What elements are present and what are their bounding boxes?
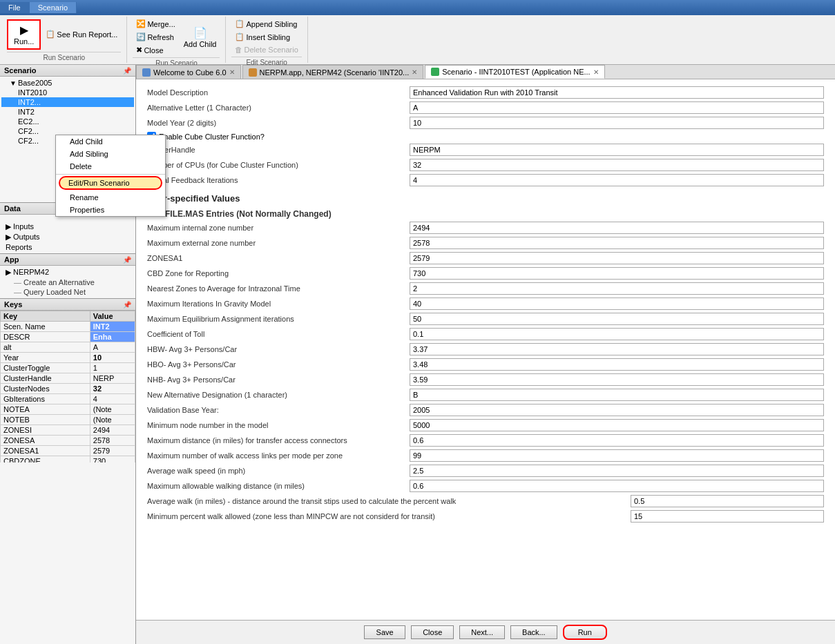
max-external-input[interactable] <box>410 237 824 249</box>
save-button[interactable]: Save <box>364 625 405 639</box>
tree-item-ec2[interactable]: EC2... <box>1 117 134 126</box>
tab-nerpm[interactable]: NERPM.app, NERPM42 (Scenario 'IINT20... … <box>242 65 424 79</box>
max-walk-links-label: Maximum number of walk access links per … <box>147 451 410 460</box>
model-year-input[interactable] <box>410 117 824 129</box>
coeff-toll-label: Coefficient of Toll <box>147 330 410 338</box>
app-query-net[interactable]: Query Loaded Net <box>3 287 133 297</box>
keys-pin-icon[interactable]: 📌 <box>123 301 131 309</box>
scenario-tab[interactable]: Scenario <box>30 2 77 13</box>
scenario-tab-close[interactable]: ✕ <box>593 68 599 76</box>
value-cell: 2579 <box>90 446 135 456</box>
alt-letter-label: Alternative Letter (1 Character) <box>147 104 410 112</box>
avg-walk-pct-input[interactable] <box>631 495 824 507</box>
add-child-icon: 📄 <box>193 26 207 39</box>
coeff-toll-input[interactable] <box>410 328 824 340</box>
nearest-zones-input[interactable] <box>410 282 824 295</box>
data-inputs[interactable]: ▶ Inputs <box>3 222 133 232</box>
tree-item-int2b[interactable]: INT2 <box>1 107 134 117</box>
run-form-button[interactable]: Run <box>563 625 607 640</box>
delete-scenario-button[interactable]: 🗑 Delete Scenario <box>231 44 301 55</box>
feedback-input[interactable] <box>410 174 824 186</box>
welcome-tab-icon <box>142 68 151 77</box>
footer-bar: Save Close Next... Back... Run <box>136 620 835 644</box>
add-child-button[interactable]: 📄 Add Child <box>180 24 220 50</box>
welcome-tab-close[interactable]: ✕ <box>229 68 235 76</box>
close-icon: ✖ <box>136 46 142 55</box>
value-cell: (Note <box>90 404 135 415</box>
min-node-label: Minimum node number in the model <box>147 421 410 429</box>
value-cell: 4 <box>90 394 135 404</box>
app-pin-icon[interactable]: 📌 <box>123 256 131 264</box>
next-button[interactable]: Next... <box>459 625 505 639</box>
key-cell: GbIterations <box>1 394 90 404</box>
hbo-input[interactable] <box>410 358 824 371</box>
value-cell: 730 <box>90 456 135 463</box>
context-rename[interactable]: Rename <box>56 191 165 204</box>
new-alt-input[interactable] <box>410 389 824 401</box>
context-delete[interactable]: Delete <box>56 160 165 173</box>
min-pct-walk-input[interactable] <box>631 510 824 523</box>
max-iter-gravity-input[interactable] <box>410 297 824 310</box>
close-form-button[interactable]: Close <box>411 625 454 639</box>
tab-welcome[interactable]: Welcome to Cube 6.0 ✕ <box>136 65 241 79</box>
tree-item-base2005[interactable]: ▼ Base2005 <box>1 78 134 88</box>
key-cell: ZONESI <box>1 425 90 436</box>
max-dist-input[interactable] <box>410 434 824 447</box>
app-panel-title: App <box>4 255 19 264</box>
keys-table-scroll[interactable]: Key Value Scen. NameINT2DESCREnhaaltAYea… <box>0 311 135 462</box>
model-description-label: Model Description <box>147 88 410 97</box>
max-internal-input[interactable] <box>410 222 824 234</box>
cluster-handle-row: ClusterHandle <box>147 144 824 156</box>
value-cell: NERP <box>90 373 135 384</box>
tab-scenario[interactable]: Scenario - IINT2010TEST (Application NE.… <box>425 65 604 79</box>
table-row: ZONESA12579 <box>1 446 135 456</box>
table-row: Scen. NameINT2 <box>1 322 135 332</box>
data-reports[interactable]: Reports <box>3 242 133 252</box>
title-bar: File Scenario <box>0 0 835 15</box>
max-equil-input[interactable] <box>410 313 824 325</box>
app-create-alt[interactable]: Create an Alternative <box>3 277 133 287</box>
merge-icon: 🔀 <box>136 19 146 28</box>
refresh-button[interactable]: 🔄 Refresh <box>133 31 178 43</box>
new-alt-label: New Alternative Designation (1 character… <box>147 391 410 399</box>
insert-sibling-button[interactable]: 📋 Insert Sibling <box>231 31 301 43</box>
nerpm-tab-label: NERPM.app, NERPM42 (Scenario 'IINT20... <box>260 68 410 77</box>
cluster-handle-input[interactable] <box>410 144 824 156</box>
max-walk-links-input[interactable] <box>410 449 824 462</box>
value-cell: 2494 <box>90 425 135 436</box>
context-edit-run[interactable]: Edit/Run Scenario <box>59 176 162 190</box>
max-walk-dist-input[interactable] <box>410 480 824 492</box>
model-description-input[interactable] <box>410 86 824 99</box>
main-layout: Scenario 📌 ▼ Base2005 INT2010 INT2... <box>0 65 835 644</box>
close-button[interactable]: ✖ Close <box>133 44 178 56</box>
data-outputs[interactable]: ▶ Outputs <box>3 232 133 242</box>
value-cell: 32 <box>90 384 135 394</box>
back-button[interactable]: Back... <box>510 625 557 639</box>
tree-item-int2-selected[interactable]: INT2... <box>1 97 134 107</box>
min-node-input[interactable] <box>410 419 824 431</box>
app-nerpm42[interactable]: ▶ NERPM42 <box>3 267 133 277</box>
val-base-input[interactable] <box>410 404 824 416</box>
file-tab[interactable]: File <box>0 2 30 13</box>
hbw-input[interactable] <box>410 343 824 355</box>
tree-item-int2010[interactable]: INT2010 <box>1 88 134 97</box>
pin-icon[interactable]: 📌 <box>123 67 131 75</box>
num-cpus-input[interactable] <box>410 159 824 171</box>
merge-button[interactable]: 🔀 Merge... <box>133 18 178 30</box>
nerpm-tab-close[interactable]: ✕ <box>412 68 417 76</box>
cbd-input[interactable] <box>410 267 824 280</box>
model-year-row: Model Year (2 digits) <box>147 117 824 129</box>
nhb-input[interactable] <box>410 373 824 386</box>
context-add-sibling[interactable]: Add Sibling <box>56 148 165 160</box>
alt-letter-input[interactable] <box>410 101 824 114</box>
append-sibling-button[interactable]: 📋 Append Sibling <box>231 18 301 30</box>
table-row: Year10 <box>1 353 135 363</box>
zonesa1-input[interactable] <box>410 252 824 264</box>
scenario-panel-title: Scenario <box>4 66 36 75</box>
context-properties[interactable]: Properties <box>56 204 165 216</box>
avg-walk-speed-input[interactable] <box>410 465 824 477</box>
run-button[interactable]: ▶ Run... <box>7 19 41 50</box>
see-run-report-button[interactable]: 📋 See Run Report... <box>42 28 121 40</box>
table-row: NOTEB(Note <box>1 415 135 425</box>
context-add-child[interactable]: Add Child <box>56 135 165 148</box>
